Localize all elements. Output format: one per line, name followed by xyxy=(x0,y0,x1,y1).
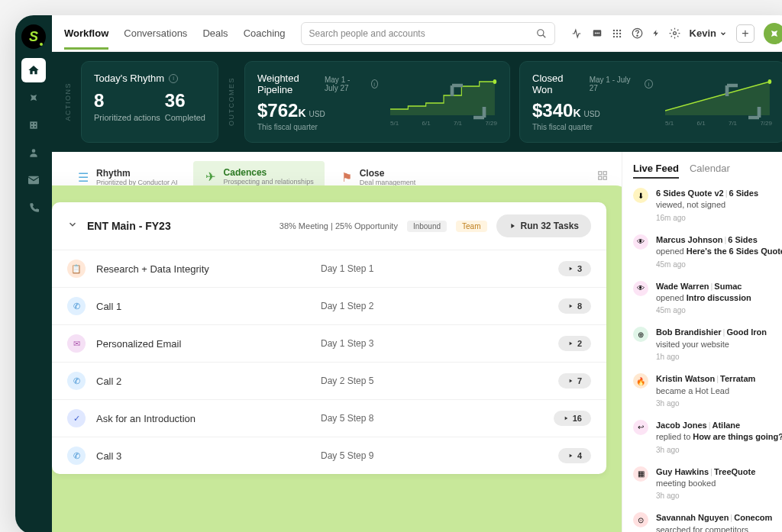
gear-icon[interactable] xyxy=(669,27,680,39)
activity-icon[interactable] xyxy=(570,28,583,39)
svg-point-12 xyxy=(612,29,614,31)
flag-icon: ⚑ xyxy=(340,172,354,182)
tab-conversations[interactable]: Conversations xyxy=(124,17,187,50)
info-icon[interactable]: i xyxy=(645,79,653,89)
tab-workflow[interactable]: Workflow xyxy=(64,17,108,50)
svg-rect-29 xyxy=(603,176,606,179)
research-icon: 📋 xyxy=(67,260,86,278)
step-count-button[interactable]: 2 xyxy=(558,336,591,351)
step-day: Day 5 Step 8 xyxy=(321,413,543,424)
cadence-step[interactable]: ✆ Call 1 Day 1 Step 2 8 xyxy=(52,287,606,324)
email-icon: ✉ xyxy=(67,334,86,353)
help-icon[interactable] xyxy=(632,27,643,39)
cadence-overlay: ENT Main - FY23 38% Meeting | 25% Opport… xyxy=(52,185,622,532)
info-icon[interactable]: i xyxy=(169,74,178,83)
svg-point-16 xyxy=(616,32,617,34)
feed-item[interactable]: ⊕ Bob Brandishier|Good Ironvisited your … xyxy=(633,327,782,363)
feed-item[interactable]: ▦ Guy Hawkins|TreeQuotemeeting booked3h … xyxy=(633,466,782,502)
sidebar: S xyxy=(15,15,52,532)
globe-icon: ⊕ xyxy=(633,327,648,342)
flame-icon: 🔥 xyxy=(633,373,648,389)
feed-item[interactable]: ↩ Jacob Jones|Atilanereplied to How are … xyxy=(633,420,782,456)
feed-item[interactable]: 👁 Marcus Johnson|6 Sidesopened Here's th… xyxy=(633,234,782,270)
feed-item[interactable]: 🔥 Kristin Watson|Terratambecame a Hot Le… xyxy=(633,373,782,409)
svg-point-15 xyxy=(612,32,614,34)
step-day: Day 1 Step 3 xyxy=(321,338,548,349)
cadence-card: ENT Main - FY23 38% Meeting | 25% Opport… xyxy=(52,202,606,474)
chat-icon[interactable] xyxy=(592,28,603,39)
nav-person[interactable] xyxy=(21,140,46,165)
svg-point-9 xyxy=(594,32,596,34)
feed-item[interactable]: ⊙ Savannah Nguyen|Conecomsearched for co… xyxy=(633,512,782,532)
run-tasks-button[interactable]: Run 32 Tasks xyxy=(496,214,591,237)
search-input[interactable]: Search people and accounts xyxy=(301,22,555,45)
call-icon: ✆ xyxy=(67,372,86,390)
svg-point-5 xyxy=(32,149,36,153)
list-icon: ☰ xyxy=(76,172,90,182)
step-name: Research + Data Integrity xyxy=(96,263,310,275)
feed-item[interactable]: ⬇ 6 Sides Quote v2|6 Sidesviewed, not si… xyxy=(633,188,782,224)
cadence-step[interactable]: ✉ Personalized Email Day 1 Step 3 2 xyxy=(52,324,606,362)
nav-rocket[interactable] xyxy=(21,85,46,110)
chevron-down-icon[interactable] xyxy=(67,219,78,233)
svg-point-7 xyxy=(537,29,543,35)
svg-rect-28 xyxy=(599,176,602,179)
avatar[interactable] xyxy=(764,23,782,44)
svg-rect-0 xyxy=(30,121,37,128)
nav-building[interactable] xyxy=(21,113,46,137)
step-day: Day 1 Step 2 xyxy=(321,301,548,311)
expand-icon[interactable] xyxy=(722,80,764,126)
svg-point-24 xyxy=(493,79,497,84)
svg-rect-4 xyxy=(34,126,36,127)
step-name: Call 1 xyxy=(96,301,310,312)
svg-point-13 xyxy=(616,29,617,31)
bolt-icon[interactable] xyxy=(652,27,660,39)
cadence-step[interactable]: ✆ Call 2 Day 2 Step 5 7 xyxy=(52,362,606,399)
intro-icon: ✓ xyxy=(67,409,86,427)
step-name: Call 2 xyxy=(96,376,310,387)
step-count-button[interactable]: 4 xyxy=(558,448,591,463)
cadence-step[interactable]: 📋 Research + Data Integrity Day 1 Step 1… xyxy=(52,250,606,287)
feed-tab-live[interactable]: Live Feed xyxy=(633,163,679,179)
badge-inbound: Inbound xyxy=(407,221,447,232)
svg-point-18 xyxy=(612,35,614,37)
logo: S xyxy=(21,24,46,49)
svg-point-10 xyxy=(596,32,598,34)
step-name: Call 3 xyxy=(96,450,310,462)
step-count-button[interactable]: 3 xyxy=(558,261,591,276)
search-icon: ⊙ xyxy=(633,512,648,527)
nav-phone[interactable] xyxy=(21,195,46,220)
tab-coaching[interactable]: Coaching xyxy=(244,17,286,50)
svg-point-19 xyxy=(616,35,617,37)
nav-mail[interactable] xyxy=(21,168,46,192)
feed-item[interactable]: 👁 Wade Warren|Sumacopened Intro discussi… xyxy=(633,281,782,317)
svg-point-25 xyxy=(768,79,772,84)
feed-tab-calendar[interactable]: Calendar xyxy=(690,163,730,179)
expand-icon[interactable] xyxy=(447,80,490,126)
svg-point-20 xyxy=(619,35,621,37)
grid-icon[interactable] xyxy=(612,28,622,39)
user-menu[interactable]: Kevin xyxy=(690,27,727,39)
step-count-button[interactable]: 16 xyxy=(554,411,591,426)
eye-icon: 👁 xyxy=(633,234,648,250)
cadence-step[interactable]: ✓ Ask for an Introduction Day 5 Step 8 1… xyxy=(52,399,606,437)
closedwon-card: Closed WonMay 1 - July 27i $340KUSD This… xyxy=(519,61,782,143)
cal-icon: ▦ xyxy=(633,466,648,482)
cadence-step[interactable]: ✆ Call 3 Day 5 Step 9 4 xyxy=(52,437,606,474)
info-icon[interactable]: i xyxy=(371,79,378,89)
topbar: Workflow Conversations Deals Coaching Se… xyxy=(52,15,782,52)
step-count-button[interactable]: 7 xyxy=(558,373,591,389)
badge-team: Team xyxy=(456,221,486,232)
rocket-icon: ✈ xyxy=(204,171,218,182)
eye-icon: 👁 xyxy=(633,281,648,296)
svg-point-17 xyxy=(619,32,621,34)
step-count-button[interactable]: 8 xyxy=(558,298,591,314)
call-icon: ✆ xyxy=(67,297,86,315)
svg-point-14 xyxy=(619,29,621,31)
step-name: Personalized Email xyxy=(96,338,310,350)
add-button[interactable]: + xyxy=(736,24,755,43)
layout-icon[interactable] xyxy=(597,170,608,184)
svg-rect-2 xyxy=(34,123,36,124)
nav-home[interactable] xyxy=(21,58,46,82)
tab-deals[interactable]: Deals xyxy=(202,17,228,50)
